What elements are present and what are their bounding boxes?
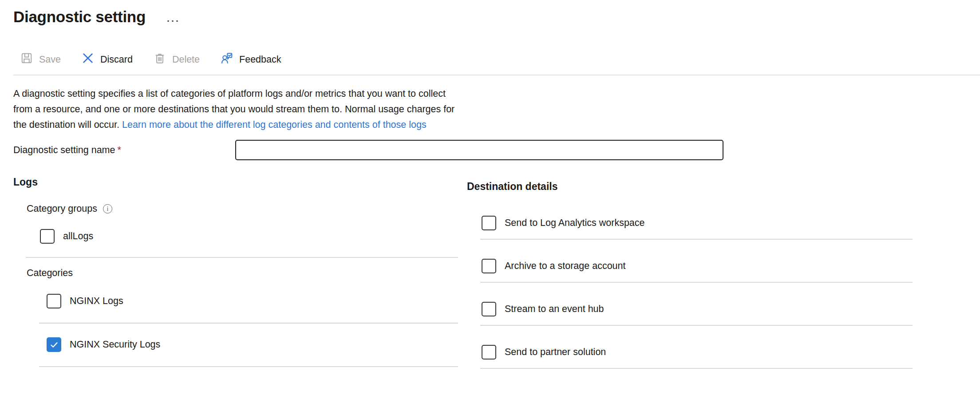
checkbox-row-event-hub[interactable]: Stream to an event hub [482,302,913,316]
logs-heading: Logs [13,176,458,188]
save-label: Save [39,54,61,65]
divider [39,323,458,324]
category-groups-label: Category groups [27,203,97,214]
description: A diagnostic setting specifies a list of… [13,86,459,133]
divider [480,282,913,283]
required-asterisk: * [117,145,121,155]
divider [39,366,458,367]
checkbox-row-storage-account[interactable]: Archive to a storage account [482,259,913,273]
command-bar: Save Discard D [13,50,980,69]
logs-section: Logs Category groups i allLogs Categorie… [13,176,458,369]
event-hub-label: Stream to an event hub [505,304,604,315]
save-icon [20,51,33,67]
log-analytics-label: Send to Log Analytics workspace [505,217,645,229]
ellipsis-icon: ··· [167,16,180,26]
diagnostic-setting-name-input[interactable] [235,140,723,160]
checkbox-row-partner-solution[interactable]: Send to partner solution [482,345,913,360]
save-button[interactable]: Save [20,51,61,67]
divider [26,257,458,258]
checkbox-row-nginx-security-logs[interactable]: NGINX Security Logs [47,337,458,352]
event-hub-checkbox[interactable] [482,302,496,316]
more-options-button[interactable]: ··· [167,16,180,25]
log-analytics-checkbox[interactable] [482,216,496,230]
info-icon[interactable]: i [103,204,112,213]
partner-solution-checkbox[interactable] [482,345,496,360]
nginx-security-logs-checkbox[interactable] [47,337,61,352]
name-field-row: Diagnostic setting name* [13,140,980,160]
category-groups-row: Category groups i [27,203,458,214]
content-columns: Logs Category groups i allLogs Categorie… [13,176,980,369]
categories-label: Categories [27,268,458,279]
learn-more-link[interactable]: Learn more about the different log categ… [122,119,427,130]
divider [480,325,913,326]
nginx-logs-checkbox[interactable] [47,294,61,308]
alllogs-label: allLogs [63,231,93,242]
checkbox-row-log-analytics[interactable]: Send to Log Analytics workspace [482,216,913,230]
diagnostic-setting-blade: Diagnostic setting ··· Save [0,0,980,369]
page-header: Diagnostic setting ··· [13,7,980,27]
feedback-icon [220,51,233,67]
partner-solution-label: Send to partner solution [505,347,606,358]
alllogs-checkbox[interactable] [40,229,55,244]
destination-details-heading: Destination details [467,181,913,193]
delete-button[interactable]: Delete [153,51,200,67]
checkbox-row-alllogs[interactable]: allLogs [40,229,458,244]
name-label-text: Diagnostic setting name [13,145,115,155]
nginx-logs-label: NGINX Logs [70,296,123,307]
discard-x-icon [81,51,95,67]
destination-details-section: Destination details Send to Log Analytic… [467,176,913,369]
storage-account-checkbox[interactable] [482,259,496,273]
discard-label: Discard [100,54,133,65]
check-icon [49,340,59,350]
feedback-button[interactable]: Feedback [220,51,281,67]
name-label: Diagnostic setting name* [13,145,235,156]
toolbar-divider [13,75,980,75]
delete-label: Delete [172,54,200,65]
trash-icon [153,51,166,67]
feedback-label: Feedback [239,54,281,65]
discard-button[interactable]: Discard [81,51,133,67]
page-title: Diagnostic setting [13,7,146,27]
nginx-security-logs-label: NGINX Security Logs [70,339,160,350]
divider [480,239,913,240]
divider [480,368,913,369]
storage-account-label: Archive to a storage account [505,261,626,272]
checkbox-row-nginx-logs[interactable]: NGINX Logs [47,294,458,308]
